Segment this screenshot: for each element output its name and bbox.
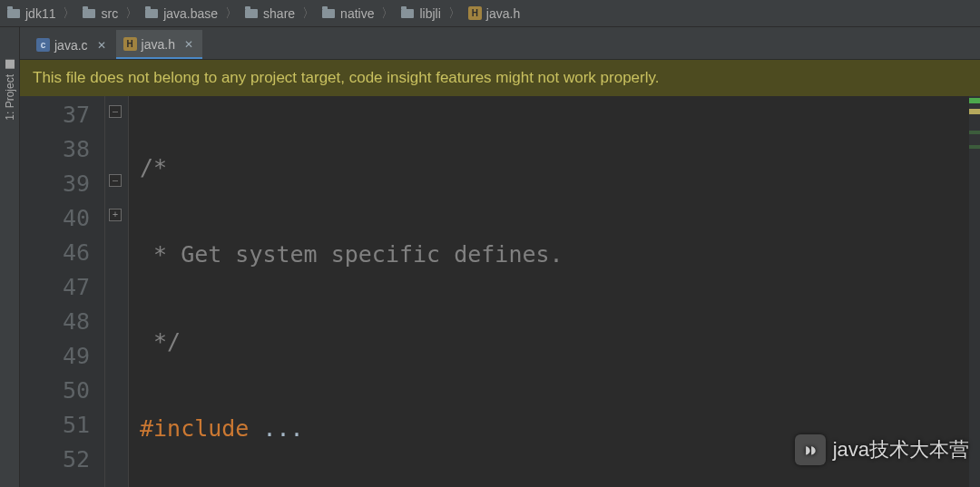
header-file-icon	[468, 6, 482, 20]
breadcrumb-item[interactable]: native〉	[322, 5, 401, 22]
fold-toggle[interactable]: –	[109, 105, 122, 118]
close-icon[interactable]: ✕	[97, 39, 106, 52]
breadcrumb-item[interactable]: java.base〉	[145, 5, 245, 22]
folder-icon	[145, 9, 158, 18]
breadcrumb-item[interactable]: src〉	[83, 5, 145, 22]
fold-toggle[interactable]: –	[109, 174, 122, 187]
warning-stripe[interactable]	[969, 109, 980, 114]
tab-label: java.c	[54, 38, 88, 53]
breadcrumb-bar: jdk11〉 src〉 java.base〉 share〉 native〉 li…	[0, 0, 980, 27]
editor-tab[interactable]: java.c ✕	[29, 30, 115, 59]
breadcrumb-item[interactable]: libjli〉	[401, 5, 467, 22]
watermark: ◗◗ java技术大本营	[795, 434, 969, 465]
folder-icon	[245, 9, 258, 18]
banner-text: This file does not belong to any project…	[33, 69, 659, 87]
warning-stripe[interactable]	[969, 145, 980, 149]
header-file-icon	[123, 37, 137, 51]
file-warning-banner[interactable]: This file does not belong to any project…	[20, 60, 980, 96]
code-content[interactable]: /* * Get system specific defines. */ #in…	[129, 96, 980, 487]
breadcrumb-item[interactable]: share〉	[245, 5, 322, 22]
folder-icon	[7, 9, 20, 18]
folder-icon	[83, 9, 95, 18]
project-icon	[5, 60, 15, 69]
inspection-indicator[interactable]	[969, 98, 980, 103]
close-icon[interactable]: ✕	[184, 38, 193, 51]
folder-icon	[322, 9, 335, 18]
project-toolwindow-button[interactable]: 1: Project	[2, 54, 18, 126]
fold-toggle[interactable]: +	[109, 209, 122, 221]
folder-icon	[401, 9, 414, 18]
tab-label: java.h	[142, 37, 175, 52]
code-editor[interactable]: 37 38 39 40 46 47 48 49 50 51 52 – – +	[20, 96, 980, 487]
editor-tab[interactable]: java.h ✕	[116, 30, 202, 59]
watermark-text: java技术大本营	[833, 436, 969, 463]
editor-tabs: java.c ✕ java.h ✕	[20, 27, 980, 60]
wechat-icon: ◗◗	[795, 434, 826, 465]
editor-scrollbar[interactable]	[969, 96, 980, 487]
warning-stripe[interactable]	[969, 131, 980, 134]
breadcrumb-item[interactable]: java.h	[468, 6, 520, 21]
tool-window-stripe: 1: Project	[0, 27, 20, 487]
breadcrumb-item[interactable]: jdk11〉	[7, 5, 83, 22]
c-file-icon	[36, 38, 50, 52]
line-number-gutter: 37 38 39 40 46 47 48 49 50 51 52	[20, 96, 105, 487]
fold-gutter: – – +	[105, 96, 129, 487]
